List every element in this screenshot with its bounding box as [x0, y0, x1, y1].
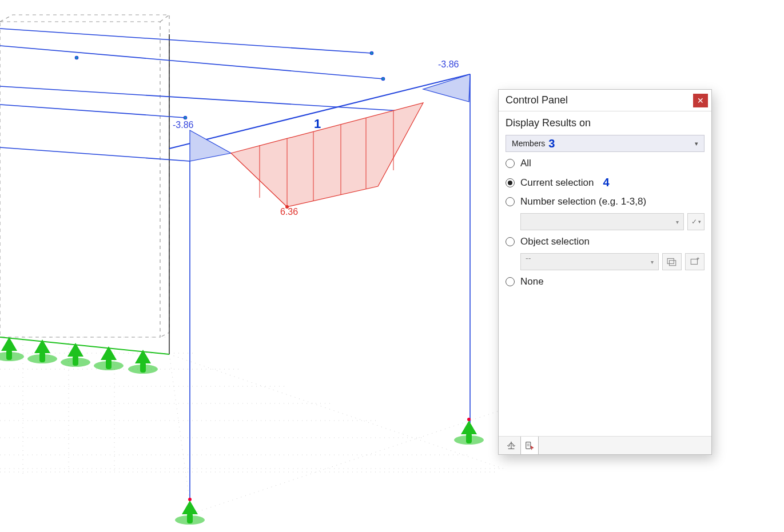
svg-rect-62 [667, 258, 674, 263]
chevron-down-icon: ▾ [698, 219, 701, 225]
svg-rect-64 [691, 259, 697, 265]
svg-rect-12 [0, 22, 160, 337]
svg-rect-49 [106, 359, 112, 369]
object-selection-pick-button[interactable] [662, 253, 682, 270]
radio-current-selection[interactable] [506, 178, 515, 187]
display-on-dropdown[interactable]: Members 3 ▾ [506, 135, 705, 152]
svg-marker-29 [423, 74, 470, 102]
radio-current-selection-row[interactable]: Current selection 4 [506, 175, 705, 190]
svg-line-61 [0, 337, 169, 354]
number-selection-apply-button[interactable]: ✓ ▾ [687, 213, 705, 230]
frame-beams [0, 29, 470, 503]
panel-title: Control Panel [506, 94, 693, 106]
radio-all-label: All [520, 158, 531, 169]
svg-rect-40 [6, 350, 12, 360]
chevron-down-icon: ▾ [676, 219, 679, 225]
chevron-down-icon: ▾ [651, 259, 654, 265]
radio-all[interactable] [506, 159, 515, 168]
svg-rect-46 [73, 355, 78, 366]
radio-object-selection-row[interactable]: Object selection [506, 235, 705, 249]
svg-rect-63 [670, 261, 676, 266]
moment-diagram [190, 74, 470, 209]
tab-filter[interactable] [520, 437, 539, 454]
radio-all-row[interactable]: All [506, 157, 705, 170]
radio-number-selection[interactable] [506, 197, 515, 206]
chevron-down-icon: ▾ [695, 140, 698, 147]
object-selection-add-button[interactable] [685, 253, 705, 270]
radio-none[interactable] [506, 277, 515, 286]
radio-object-selection[interactable] [506, 237, 515, 246]
selection-set-add-icon [690, 257, 700, 267]
radio-number-selection-row[interactable]: Number selection (e.g. 1-3,8) [506, 195, 705, 209]
dropdown-value: Members [512, 139, 545, 148]
panel-tab-bar [499, 436, 711, 454]
svg-line-17 [0, 86, 400, 111]
svg-point-60 [188, 498, 192, 501]
close-button[interactable]: ✕ [693, 94, 708, 107]
object-selection-input-row: -- ▾ [506, 253, 705, 270]
svg-point-27 [75, 57, 78, 59]
svg-point-23 [371, 52, 373, 55]
selection-set-icon [667, 257, 677, 267]
object-selection-dropdown[interactable]: -- ▾ [520, 253, 659, 270]
svg-point-56 [467, 418, 471, 421]
supports [0, 337, 484, 525]
svg-line-15 [0, 29, 372, 53]
display-results-on-label: Display Results on [506, 117, 705, 129]
number-selection-input[interactable]: ▾ [520, 213, 684, 230]
svg-line-18 [0, 105, 185, 118]
check-icon: ✓ [691, 218, 697, 226]
svg-marker-54 [461, 421, 477, 434]
number-selection-input-row: ▾ ✓ ▾ [506, 213, 705, 230]
control-panel: Control Panel ✕ Display Results on Membe… [498, 89, 712, 455]
svg-line-13 [160, 15, 169, 22]
svg-rect-59 [187, 513, 193, 523]
radio-number-selection-label: Number selection (e.g. 1-3,8) [520, 196, 646, 207]
floor-surface [0, 354, 503, 514]
svg-rect-52 [140, 362, 146, 373]
callout-4: 4 [603, 176, 610, 189]
svg-rect-55 [466, 433, 472, 443]
svg-line-16 [0, 46, 383, 79]
close-icon: ✕ [697, 96, 704, 105]
svg-point-24 [382, 78, 385, 81]
svg-point-26 [184, 117, 187, 119]
clipboard-cursor-icon [524, 441, 535, 451]
callout-3: 3 [548, 137, 555, 150]
svg-line-22 [0, 147, 190, 161]
panel-header: Control Panel ✕ [499, 90, 711, 111]
panel-body: Display Results on Members 3 ▾ All Curre… [499, 111, 711, 436]
radio-none-label: None [520, 276, 544, 287]
radio-none-row[interactable]: None [506, 275, 705, 289]
object-selection-value: -- [526, 254, 531, 263]
svg-marker-58 [182, 501, 198, 514]
scales-icon [506, 441, 516, 451]
radio-object-selection-label: Object selection [520, 236, 590, 247]
svg-point-37 [285, 205, 289, 209]
radio-current-selection-label: Current selection [520, 177, 594, 189]
wall-panel-outline [0, 15, 169, 354]
tab-scales[interactable] [502, 437, 520, 454]
svg-rect-43 [39, 352, 45, 362]
